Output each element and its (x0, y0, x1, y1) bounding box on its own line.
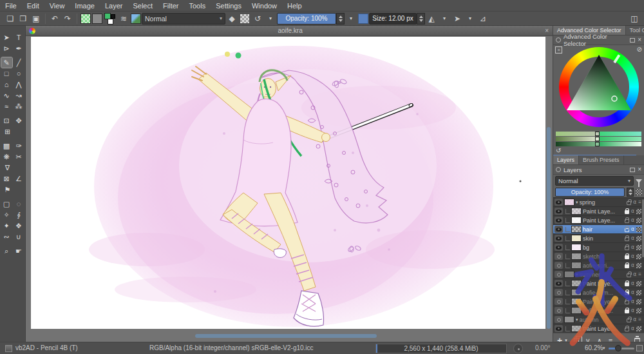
group-props-icon[interactable]: ≡ (638, 199, 641, 205)
tab-brush-presets[interactable]: Brush Presets (579, 155, 624, 164)
layer-row[interactable]: ▾ summer α≡ (553, 270, 644, 279)
undo-icon[interactable]: ↶ (49, 13, 61, 25)
layer-row[interactable]: skin α (553, 234, 644, 243)
size-slider[interactable]: Size: 12.00 px (369, 13, 417, 25)
lock-icon[interactable] (627, 201, 631, 205)
layer-row[interactable]: ▾ autumn α≡ (553, 315, 644, 324)
canvas-rotation-dial[interactable] (513, 344, 523, 353)
layer-row[interactable]: Paint Laye... α (553, 279, 644, 288)
visibility-eye-icon[interactable] (554, 271, 563, 278)
tool-enclose-fill[interactable]: ⊠ (1, 173, 12, 184)
alpha-lock-icon[interactable]: α (633, 317, 636, 322)
chevron-down-icon[interactable]: ▾ (439, 13, 450, 25)
menu-file[interactable]: File (0, 0, 22, 12)
visibility-eye-icon[interactable] (554, 226, 563, 233)
reload-preset-icon[interactable]: ↺ (252, 13, 263, 25)
tool-select-rectangular[interactable]: ▢ (1, 199, 12, 209)
trim-icon[interactable]: ⊿ (477, 13, 489, 25)
tool-select-shapes[interactable]: ➤ (1, 32, 12, 43)
tool-select-similar[interactable]: ✦ (1, 221, 12, 231)
inherit-alpha-icon[interactable] (636, 218, 641, 223)
layer-blending-dropdown[interactable]: Normal ▾ (555, 176, 634, 186)
inherit-alpha-icon[interactable] (636, 281, 641, 286)
menu-layer[interactable]: Layer (100, 0, 128, 12)
visibility-eye-icon[interactable] (554, 208, 563, 215)
tool-polygon[interactable]: ⌂ (1, 79, 12, 90)
color-history-icon[interactable]: ↺ (556, 147, 644, 155)
open-document-icon[interactable]: ❒ (17, 13, 29, 25)
layer-row[interactable]: ▾ spring α≡ (553, 198, 644, 207)
tool-select-contiguous[interactable]: ❖ (14, 221, 24, 231)
canvas[interactable] (31, 37, 545, 329)
zoom-chevron-icon[interactable]: ▾ (603, 346, 605, 351)
alpha-lock-icon[interactable]: α (631, 262, 634, 268)
alpha-lock-icon[interactable]: α (631, 326, 634, 331)
tab-tool-options[interactable]: Tool Options (626, 26, 644, 35)
group-props-icon[interactable]: ≡ (638, 271, 641, 277)
layer-opacity-spinner[interactable] (627, 188, 634, 197)
tab-layers[interactable]: Layers (553, 155, 579, 164)
lock-icon[interactable] (625, 210, 629, 214)
alpha-lock-icon[interactable]: α (631, 253, 634, 259)
visibility-eye-icon[interactable] (554, 325, 563, 332)
visibility-eye-icon[interactable] (554, 280, 563, 287)
tool-text[interactable]: T (14, 32, 24, 43)
menu-view[interactable]: View (44, 0, 70, 12)
menu-window[interactable]: Window (247, 0, 282, 12)
redo-icon[interactable]: ↷ (62, 13, 73, 25)
document-close-icon[interactable]: × (545, 27, 549, 34)
menu-select[interactable]: Select (128, 0, 158, 12)
lock-icon[interactable] (627, 319, 631, 322)
blending-mode-dropdown[interactable]: Normal ▾ (142, 13, 225, 25)
layer-row[interactable]: Paint Laye... α (553, 324, 644, 333)
vertical-scrollbar[interactable] (547, 127, 551, 329)
tool-measure[interactable]: ∠ (14, 173, 24, 184)
tool-polyline[interactable]: ⋀ (14, 79, 24, 90)
horizontal-scrollbar[interactable] (195, 334, 377, 338)
lock-icon[interactable] (625, 255, 629, 259)
inherit-alpha-icon[interactable] (636, 263, 641, 268)
layer-filter-icon[interactable] (636, 179, 642, 183)
layer-row[interactable]: Paint Laye... α (553, 207, 644, 216)
layer-options-button[interactable] (636, 189, 642, 195)
tool-fill[interactable]: ∇ (2, 162, 13, 173)
menu-settings[interactable]: Settings (211, 0, 247, 12)
tool-crop[interactable]: ⊞ (2, 126, 13, 137)
close-docker-icon[interactable]: × (638, 37, 641, 43)
lock-icon[interactable] (625, 228, 629, 232)
gradient-chooser[interactable] (80, 14, 91, 24)
alpha-lock-icon[interactable]: α (631, 299, 634, 304)
inherit-alpha-icon[interactable] (636, 326, 641, 331)
inherit-alpha-icon[interactable] (636, 245, 641, 250)
tool-zoom[interactable]: ⌕ (1, 246, 12, 256)
alpha-lock-icon[interactable]: α (633, 271, 636, 277)
tool-assistants[interactable]: ⚑ (2, 184, 13, 195)
tool-move[interactable]: ✥ (14, 115, 24, 126)
inherit-alpha-icon[interactable] (636, 236, 641, 241)
visibility-eye-icon[interactable] (554, 199, 563, 206)
layer-row[interactable]: bg α (553, 243, 644, 252)
zoom-slider-track[interactable] (609, 348, 634, 349)
lock-icon[interactable] (627, 273, 631, 277)
group-props-icon[interactable]: ≡ (638, 317, 641, 322)
float-docker-icon[interactable] (630, 38, 635, 43)
tool-select-elliptical[interactable]: ◌ (14, 199, 24, 209)
foreground-background-colors[interactable] (104, 13, 116, 25)
pattern-chooser[interactable] (92, 14, 102, 24)
chevron-down-icon[interactable]: ▾ (265, 13, 276, 25)
tool-edit-shapes[interactable]: ⊳ (1, 43, 12, 54)
menu-edit[interactable]: Edit (22, 0, 44, 12)
lock-icon[interactable] (625, 328, 629, 331)
menu-filter[interactable]: Filter (158, 0, 184, 12)
chevron-down-icon[interactable]: ▾ (345, 13, 357, 25)
tool-select-polygonal[interactable]: ✧ (1, 210, 12, 220)
menu-image[interactable]: Image (70, 0, 100, 12)
tool-select-magnetic[interactable]: ∪ (14, 231, 24, 242)
lock-icon[interactable] (625, 264, 629, 268)
alpha-lock-icon[interactable]: α (631, 280, 634, 286)
inherit-alpha-icon[interactable] (636, 290, 641, 295)
alpha-lock-icon[interactable]: α (631, 244, 634, 250)
tool-reference[interactable]: ✂ (14, 152, 24, 162)
save-icon[interactable]: ▣ (30, 13, 42, 25)
tool-ellipse[interactable]: ○ (14, 68, 24, 79)
